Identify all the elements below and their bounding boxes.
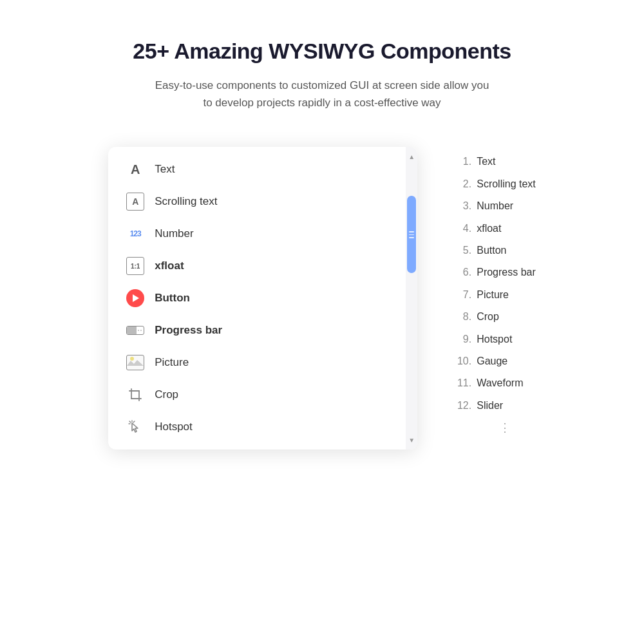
- number-label: Number: [155, 227, 193, 240]
- numbered-item-7: 7. Picture: [456, 285, 536, 305]
- scroll-thumb-grip: [409, 231, 414, 238]
- button-label: Button: [155, 292, 190, 305]
- page-header: 25+ Amazing WYSIWYG Components Easy-to-u…: [94, 39, 549, 111]
- item-num-10: 10.: [456, 352, 471, 371]
- item-label-1: Text: [477, 152, 495, 171]
- item-label-3: Number: [477, 196, 513, 216]
- numbered-item-1: 1. Text: [456, 152, 536, 171]
- svg-line-5: [129, 421, 131, 422]
- item-label-4: xfloat: [477, 219, 501, 238]
- item-label-9: Hotspot: [477, 330, 512, 349]
- item-num-3: 3.: [456, 196, 471, 216]
- scroll-thumb[interactable]: [407, 196, 416, 273]
- list-item-picture[interactable]: Picture: [108, 346, 406, 379]
- numbered-item-9: 9. Hotspot: [456, 330, 536, 349]
- scroll-down-arrow[interactable]: ▼: [406, 433, 417, 447]
- item-num-4: 4.: [456, 219, 471, 238]
- item-label-5: Button: [477, 241, 506, 260]
- item-num-1: 1.: [456, 152, 471, 171]
- item-num-11: 11.: [456, 374, 471, 393]
- item-num-2: 2.: [456, 175, 471, 194]
- numbered-item-5: 5. Button: [456, 241, 536, 260]
- picture-label: Picture: [155, 356, 189, 369]
- list-item-hotspot[interactable]: Hotspot: [108, 411, 406, 443]
- content-area: A Text A Scrolling text 123 Number 1:1 x…: [0, 147, 644, 450]
- list-ellipsis: ⋮: [456, 421, 536, 435]
- item-num-5: 5.: [456, 241, 471, 260]
- item-num-7: 7.: [456, 285, 471, 305]
- text-label: Text: [155, 163, 175, 176]
- item-num-8: 8.: [456, 307, 471, 327]
- hotspot-label: Hotspot: [155, 421, 193, 433]
- scroll-up-arrow[interactable]: ▲: [406, 149, 417, 164]
- list-item-text[interactable]: A Text: [108, 153, 406, 185]
- list-item-button[interactable]: Button: [108, 282, 406, 314]
- subtitle: Easy-to-use components to customized GUI…: [133, 77, 511, 111]
- list-item-crop[interactable]: Crop: [108, 379, 406, 411]
- xfloat-icon: 1:1: [126, 257, 144, 275]
- item-label-6: Progress bar: [477, 263, 536, 282]
- item-label-12: Slider: [477, 396, 503, 415]
- list-item-xfloat[interactable]: 1:1 xfloat: [108, 250, 406, 282]
- list-item-progress-bar[interactable]: Progress bar: [108, 314, 406, 346]
- item-label-10: Gauge: [477, 352, 507, 371]
- progress-bar-label: Progress bar: [155, 324, 222, 337]
- scroll-track: [406, 164, 417, 433]
- item-num-6: 6.: [456, 263, 471, 282]
- scrolling-text-icon: A: [126, 193, 144, 211]
- numbered-item-8: 8. Crop: [456, 307, 536, 327]
- crop-icon: [126, 386, 144, 404]
- item-label-8: Crop: [477, 307, 499, 327]
- number-icon: 123: [126, 225, 144, 243]
- hotspot-icon: [126, 418, 144, 436]
- progress-bar-icon: [126, 321, 144, 339]
- main-title: 25+ Amazing WYSIWYG Components: [133, 39, 511, 64]
- subtitle-line1: Easy-to-use components to customized GUI…: [155, 79, 489, 91]
- numbered-item-11: 11. Waveform: [456, 374, 536, 393]
- svg-line-7: [133, 421, 135, 422]
- subtitle-line2: to develop projects rapidly in a cost-ef…: [203, 97, 440, 109]
- scrollbar[interactable]: ▲ ▼: [406, 147, 417, 450]
- crop-label: Crop: [155, 388, 178, 401]
- component-panel: A Text A Scrolling text 123 Number 1:1 x…: [108, 147, 417, 450]
- button-play-icon: [126, 289, 144, 307]
- xfloat-label: xfloat: [155, 260, 184, 272]
- numbered-item-10: 10. Gauge: [456, 352, 536, 371]
- list-item-scrolling-text[interactable]: A Scrolling text: [108, 185, 406, 218]
- item-num-12: 12.: [456, 396, 471, 415]
- numbered-item-3: 3. Number: [456, 196, 536, 216]
- item-label-11: Waveform: [477, 374, 523, 393]
- picture-icon: [126, 354, 144, 372]
- numbered-list: 1. Text 2. Scrolling text 3. Number 4. x…: [456, 147, 536, 435]
- item-label-2: Scrolling text: [477, 175, 536, 194]
- numbered-item-12: 12. Slider: [456, 396, 536, 415]
- item-num-9: 9.: [456, 330, 471, 349]
- panel-list: A Text A Scrolling text 123 Number 1:1 x…: [108, 147, 406, 450]
- text-icon: A: [126, 160, 144, 178]
- scrolling-text-label: Scrolling text: [155, 195, 217, 208]
- numbered-item-6: 6. Progress bar: [456, 263, 536, 282]
- item-label-7: Picture: [477, 285, 509, 305]
- numbered-item-4: 4. xfloat: [456, 219, 536, 238]
- list-item-number[interactable]: 123 Number: [108, 218, 406, 250]
- numbered-item-2: 2. Scrolling text: [456, 175, 536, 194]
- svg-point-0: [130, 357, 134, 361]
